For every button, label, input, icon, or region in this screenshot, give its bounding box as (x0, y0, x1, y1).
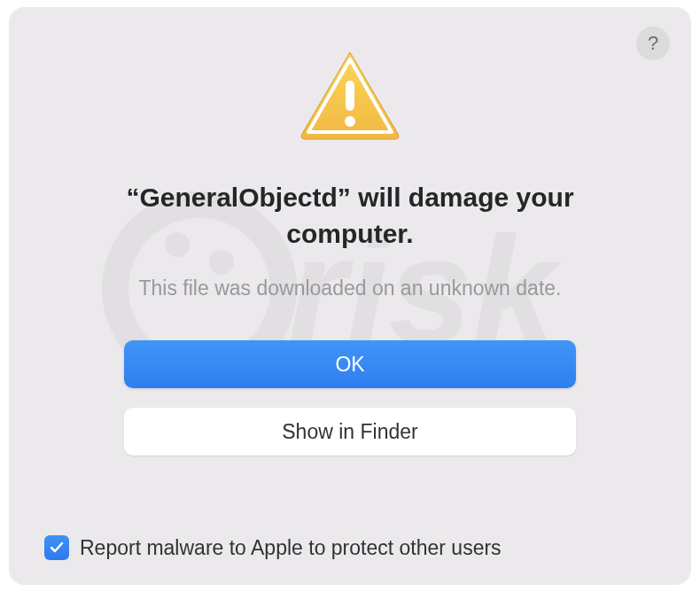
svg-rect-5 (346, 81, 354, 111)
button-container: OK Show in Finder (124, 340, 576, 456)
warning-icon (297, 47, 403, 144)
ok-button[interactable]: OK (124, 340, 576, 388)
svg-point-2 (209, 250, 234, 275)
svg-point-6 (345, 116, 355, 127)
report-malware-row: Report malware to Apple to protect other… (44, 535, 502, 560)
dialog-title: “GeneralObjectd” will damage your comput… (111, 180, 589, 252)
show-in-finder-button[interactable]: Show in Finder (124, 408, 576, 456)
dialog-subtitle: This file was downloaded on an unknown d… (139, 277, 562, 300)
report-malware-label: Report malware to Apple to protect other… (80, 536, 502, 560)
alert-dialog: risk .com ? “GeneralObjectd” will damage… (9, 7, 691, 585)
report-malware-checkbox[interactable] (44, 535, 69, 560)
checkmark-icon (49, 540, 65, 556)
help-button[interactable]: ? (636, 27, 670, 60)
help-icon: ? (648, 32, 658, 55)
